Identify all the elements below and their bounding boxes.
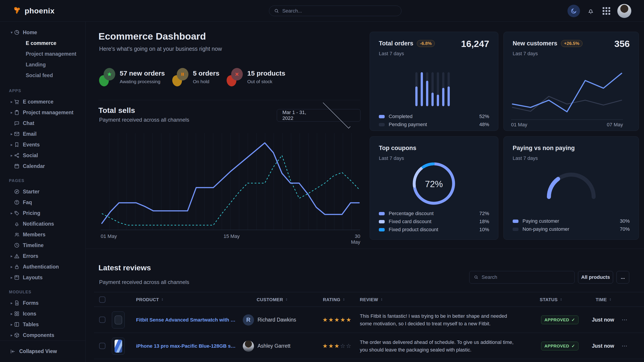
sidebar-item-label: Tables — [23, 322, 39, 328]
product-link[interactable]: iPhone 13 pro max-Pacific Blue-128GB sto… — [136, 343, 237, 349]
sidebar-item-social[interactable]: ▸Social — [0, 150, 86, 161]
table-row: iPhone 13 pro max-Pacific Blue-128GB sto… — [94, 333, 644, 359]
rating-stars: ★★★★★ — [322, 316, 352, 323]
card-title: New customers — [513, 40, 558, 47]
sidebar-item-calendar[interactable]: ▸Calendar — [0, 161, 86, 171]
row-menu-button[interactable]: ⋯ — [622, 343, 628, 350]
sidebar-subitem-e-commerce[interactable]: E commerce — [0, 38, 86, 48]
theme-toggle-button[interactable] — [568, 5, 580, 17]
select-all-checkbox[interactable] — [99, 297, 106, 303]
sidebar-item-events[interactable]: ▸Events — [0, 139, 86, 150]
column-header-product[interactable]: PRODUCT — [136, 292, 164, 307]
legend-label: Paying customer — [522, 218, 620, 224]
reviews-table-header: PRODUCTCUSTOMERRATINGREVIEWSTATUSTIME — [94, 292, 644, 307]
row-menu-button[interactable]: ⋯ — [622, 316, 628, 323]
collapse-view-button[interactable]: Collapsed View — [0, 341, 86, 362]
search-input[interactable] — [282, 8, 396, 14]
sidebar-item-forms[interactable]: ▸Forms — [0, 298, 86, 308]
search-icon — [274, 8, 279, 14]
legend-swatch — [379, 115, 385, 118]
stat-item: 57 new ordersAwating processing — [99, 66, 165, 88]
tag-icon — [14, 210, 20, 216]
apps-menu-button[interactable] — [602, 6, 611, 16]
donut-center-label: 72% — [425, 179, 443, 189]
sidebar-item-notifications[interactable]: ▸Notifications — [0, 218, 86, 229]
legend-row: Completed52% — [379, 112, 489, 120]
legend-row: Paying customer30% — [513, 217, 630, 225]
moon-icon — [570, 8, 577, 14]
reviews-title: Latest reviews — [98, 263, 151, 272]
new-customers-chart — [511, 64, 623, 120]
product-link[interactable]: Fitbit Sense Advanced Smartwatch with To… — [136, 317, 237, 323]
layout-icon — [14, 275, 20, 280]
sidebar-item-icons[interactable]: ▸Icons — [0, 308, 86, 319]
product-thumbnail[interactable] — [112, 312, 125, 329]
check-icon: ✓ — [572, 317, 575, 323]
sidebar-item-errors[interactable]: ▸Errors — [0, 251, 86, 261]
sidebar-item-timeline[interactable]: ▸Timeline — [0, 240, 86, 251]
top-coupons-card: Top coupons Last 7 days 72% Percentage d… — [370, 136, 498, 240]
sidebar-item-label: Faq — [23, 199, 32, 206]
chat-icon — [14, 120, 20, 126]
chevron-right-icon: ▸ — [10, 312, 14, 316]
column-header-rating[interactable]: RATING — [323, 292, 346, 307]
sidebar-item-label: Calendar — [23, 163, 45, 169]
row-checkbox[interactable] — [99, 317, 106, 323]
sort-icon — [560, 297, 563, 302]
sidebar-item-chat[interactable]: ▸Chat — [0, 118, 86, 129]
sidebar-subitem-landing[interactable]: Landing — [0, 59, 86, 70]
sidebar-item-project-management[interactable]: ▸Project management — [0, 107, 86, 118]
notifications-button[interactable] — [586, 6, 596, 16]
sidebar-item-starter[interactable]: ▸Starter — [0, 186, 86, 197]
search-icon — [474, 275, 478, 280]
sidebar-item-e-commerce[interactable]: ▸E commerce — [0, 96, 86, 107]
sidebar-item-home[interactable]: ▾Home — [0, 27, 86, 38]
sidebar-item-label: Icons — [23, 311, 36, 317]
sidebar-subitem-project-management[interactable]: Project management — [0, 48, 86, 59]
column-header-time[interactable]: TIME — [596, 292, 612, 307]
all-products-button[interactable]: All products — [578, 271, 613, 284]
chevron-right-icon: ▸ — [10, 99, 14, 104]
sidebar-item-email[interactable]: ▸Email — [0, 129, 86, 139]
legend-label: Percentage discount — [389, 211, 479, 216]
box-icon — [14, 332, 20, 338]
brand-logo[interactable]: phoenix — [12, 6, 54, 15]
user-avatar[interactable] — [617, 4, 632, 18]
column-header-status[interactable]: STATUS — [540, 292, 563, 307]
legend-value: 10% — [479, 227, 489, 233]
sidebar-item-faq[interactable]: ▸Faq — [0, 197, 86, 208]
global-search[interactable] — [269, 5, 402, 16]
stat-sublabel: On hold — [193, 79, 219, 84]
sidebar-item-pricing[interactable]: ▸Pricing — [0, 208, 86, 218]
reviews-search[interactable] — [469, 271, 575, 284]
sidebar-item-components[interactable]: ▸Components — [0, 330, 86, 341]
chevron-right-icon: ▸ — [10, 153, 14, 158]
legend-label: Fixed product discount — [389, 227, 479, 233]
sidebar-item-label: Notifications — [23, 221, 54, 227]
legend-row: Pending payment48% — [379, 120, 489, 129]
row-checkbox[interactable] — [99, 343, 106, 349]
date-range-value: Mar 1 - 31, 2022 — [282, 110, 318, 121]
sidebar-item-authentication[interactable]: ▸Authentication — [0, 261, 86, 272]
sidebar-item-tables[interactable]: ▸Tables — [0, 319, 86, 330]
chevron-right-icon: ▸ — [10, 142, 14, 147]
sidebar-item-label: Events — [23, 142, 40, 148]
sidebar-subitem-social-feed[interactable]: Social feed — [0, 70, 86, 81]
sidebar-item-members[interactable]: ▸Members — [0, 229, 86, 240]
product-thumbnail[interactable] — [112, 338, 125, 355]
date-range-select[interactable]: Mar 1 - 31, 2022 — [277, 109, 360, 122]
x-icon — [227, 67, 243, 86]
column-header-customer[interactable]: CUSTOMER — [257, 292, 288, 307]
chevron-right-icon: ▸ — [10, 254, 14, 259]
x-tick-15may: 15 May — [223, 233, 240, 239]
section-divider — [86, 249, 644, 249]
column-header-review[interactable]: REVIEW — [360, 292, 383, 307]
legend-value: 52% — [479, 114, 489, 119]
legend-row: Fixed card discount18% — [379, 218, 489, 226]
table-row: Fitbit Sense Advanced Smartwatch with To… — [94, 307, 644, 333]
reviews-search-input[interactable] — [482, 274, 570, 280]
clock-icon — [14, 242, 20, 248]
sidebar-item-label: Components — [23, 332, 54, 338]
sidebar-item-layouts[interactable]: ▸Layouts — [0, 272, 86, 283]
more-options-button[interactable]: ... — [616, 271, 629, 284]
